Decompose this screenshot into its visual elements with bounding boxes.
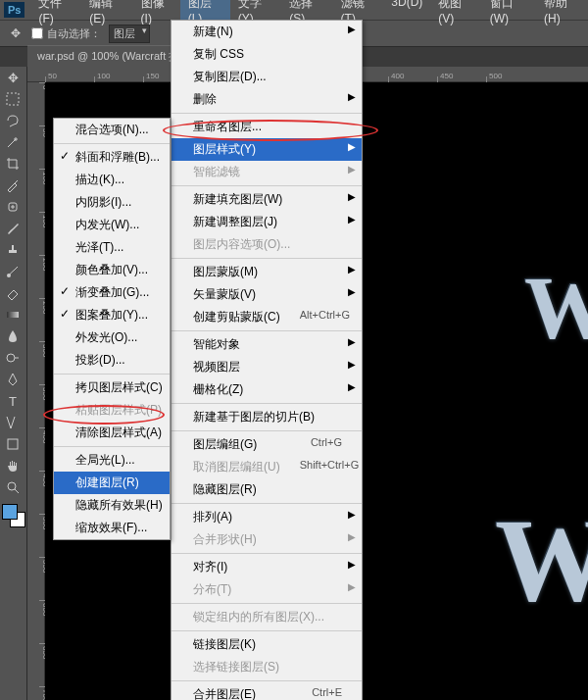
menu-7[interactable]: 3D(D): [383, 0, 430, 27]
heal-tool[interactable]: [0, 196, 25, 218]
menu-item[interactable]: 矢量蒙版(V)▶: [172, 283, 362, 306]
menu-item[interactable]: 光泽(T)...: [54, 236, 170, 259]
brush-tool[interactable]: [0, 218, 25, 239]
color-swatches[interactable]: [0, 502, 26, 531]
svg-rect-5: [8, 439, 18, 449]
svg-point-6: [8, 482, 16, 490]
auto-select-label: 自动选择：: [47, 26, 101, 41]
menu-item: 取消图层编组(U)Shift+Ctrl+G: [172, 456, 362, 478]
auto-select-dropdown[interactable]: 图层: [109, 25, 150, 43]
menu-8[interactable]: 视图(V): [430, 0, 481, 27]
menu-item[interactable]: 视频图层▶: [172, 356, 362, 378]
menu-item: 智能滤镜▶: [172, 161, 362, 183]
menu-item[interactable]: 内阴影(I)...: [54, 191, 170, 214]
hand-tool[interactable]: [0, 455, 25, 476]
gradient-tool[interactable]: [0, 304, 25, 325]
shape-tool[interactable]: [0, 433, 25, 455]
move-tool[interactable]: ✥: [0, 67, 25, 88]
menu-item[interactable]: 混合选项(N)...: [54, 119, 170, 141]
menu-item[interactable]: 投影(D)...: [54, 349, 170, 372]
zoom-tool[interactable]: [0, 476, 25, 498]
eraser-tool[interactable]: [0, 282, 25, 304]
foreground-swatch[interactable]: [2, 504, 18, 520]
menu-item[interactable]: 隐藏图层(R): [172, 478, 362, 501]
crop-tool[interactable]: [0, 153, 25, 175]
wand-tool[interactable]: [0, 131, 25, 153]
menu-item[interactable]: 排列(A)▶: [172, 506, 362, 528]
layer-menu: 新建(N)▶复制 CSS复制图层(D)...删除▶重命名图层...图层样式(Y)…: [171, 20, 363, 700]
menu-item: 合并形状(H)▶: [172, 528, 362, 551]
menu-item[interactable]: 合并图层(E)Ctrl+E: [172, 683, 362, 700]
menu-item[interactable]: 图案叠加(Y)...✓: [54, 304, 170, 326]
menu-item[interactable]: 重命名图层...: [172, 116, 362, 138]
menu-item[interactable]: 缩放效果(F)...: [54, 517, 170, 539]
menu-item: 分布(T)▶: [172, 578, 362, 601]
document-tab[interactable]: war.psd @ 100% (Warcraft 拷: [27, 45, 189, 67]
menu-item[interactable]: 复制图层(D)...: [172, 66, 362, 88]
ps-logo: Ps: [4, 2, 24, 18]
svg-rect-0: [7, 93, 19, 105]
menu-item[interactable]: 复制 CSS: [172, 43, 362, 66]
ruler-vertical: 0501001502002503003504004505005506006507…: [27, 67, 45, 700]
menu-item: 粘贴图层样式(P): [54, 399, 170, 422]
menu-item[interactable]: 新建调整图层(J)▶: [172, 211, 362, 233]
menu-item[interactable]: 外发光(O)...: [54, 326, 170, 349]
menu-item[interactable]: 斜面和浮雕(B)...✓: [54, 146, 170, 169]
menu-item[interactable]: 颜色叠加(V)...: [54, 259, 170, 281]
menu-item[interactable]: 新建填充图层(W)▶: [172, 188, 362, 211]
menu-item[interactable]: 内发光(W)...: [54, 214, 170, 236]
menu-item[interactable]: 创建图层(R): [54, 472, 170, 494]
menu-item: 锁定组内的所有图层(X)...: [172, 606, 362, 628]
menu-item[interactable]: 对齐(I)▶: [172, 556, 362, 578]
svg-rect-3: [7, 312, 19, 318]
menu-item[interactable]: 创建剪贴蒙版(C)Alt+Ctrl+G: [172, 306, 362, 328]
menu-0[interactable]: 文件(F): [30, 0, 81, 27]
menu-item[interactable]: 新建基于图层的切片(B): [172, 406, 362, 428]
menu-10[interactable]: 帮助(H): [536, 0, 588, 27]
menu-item[interactable]: 智能对象▶: [172, 333, 362, 356]
svg-point-4: [7, 354, 15, 362]
menu-9[interactable]: 窗口(W): [482, 0, 536, 27]
menu-item[interactable]: 删除▶: [172, 88, 362, 111]
blur-tool[interactable]: [0, 325, 25, 347]
toolbox: ✥ T: [0, 67, 27, 700]
stamp-tool[interactable]: [0, 239, 25, 261]
menu-item[interactable]: 图层样式(Y)▶: [172, 138, 362, 161]
text-tool[interactable]: T: [0, 390, 25, 412]
menu-item[interactable]: 渐变叠加(G)...✓: [54, 281, 170, 304]
history-brush-tool[interactable]: [0, 261, 25, 282]
layer-style-submenu: 混合选项(N)...斜面和浮雕(B)...✓描边(K)...内阴影(I)...内…: [53, 118, 171, 540]
path-tool[interactable]: [0, 412, 25, 433]
menu-item[interactable]: 栅格化(Z)▶: [172, 378, 362, 401]
menu-item[interactable]: 隐藏所有效果(H): [54, 494, 170, 517]
menu-1[interactable]: 编辑(E): [81, 0, 132, 27]
menu-item[interactable]: 图层蒙版(M)▶: [172, 261, 362, 283]
menu-item: 图层内容选项(O)...: [172, 233, 362, 256]
svg-point-2: [7, 274, 11, 277]
move-tool-icon[interactable]: ✥: [8, 25, 24, 41]
artwork-text-2: W: [495, 493, 588, 628]
app-bar: Ps 文件(F)编辑(E)图像(I)图层(L)文字(Y)选择(S)滤镜(T)3D…: [0, 0, 588, 20]
artwork-text-1: W: [524, 258, 588, 359]
eyedropper-tool[interactable]: [0, 175, 25, 196]
marquee-tool[interactable]: [0, 88, 25, 110]
menu-item[interactable]: 图层编组(G)Ctrl+G: [172, 433, 362, 456]
pen-tool[interactable]: [0, 369, 25, 390]
menu-item[interactable]: 链接图层(K): [172, 633, 362, 656]
dodge-tool[interactable]: [0, 347, 25, 369]
menu-item[interactable]: 描边(K)...: [54, 169, 170, 191]
menu-item: 选择链接图层(S): [172, 656, 362, 678]
menu-item[interactable]: 全局光(L)...: [54, 449, 170, 472]
menu-item[interactable]: 新建(N)▶: [172, 21, 362, 43]
menu-item[interactable]: 拷贝图层样式(C): [54, 376, 170, 399]
menu-item[interactable]: 清除图层样式(A): [54, 422, 170, 444]
lasso-tool[interactable]: [0, 110, 25, 131]
auto-select-checkbox[interactable]: 自动选择：: [31, 26, 101, 41]
